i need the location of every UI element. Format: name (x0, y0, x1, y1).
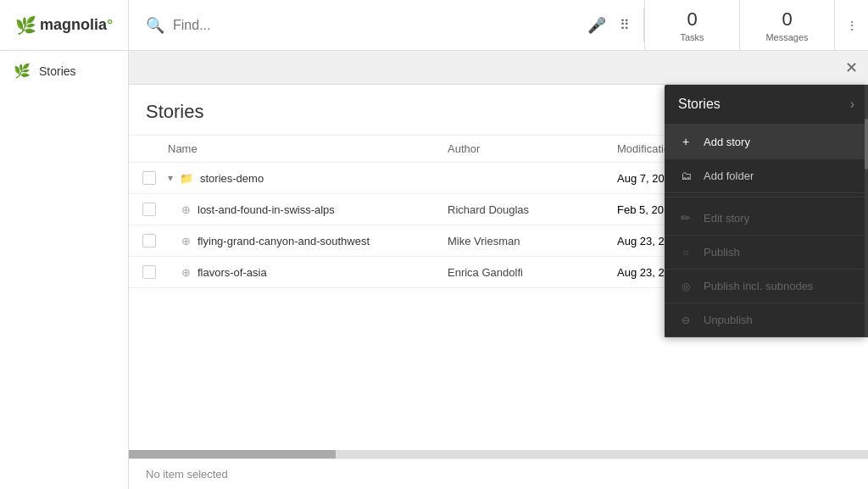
messages-label: Messages (765, 32, 808, 42)
panel-separator (665, 197, 868, 197)
node-icon: ⊕ (181, 203, 191, 216)
row-checkbox[interactable] (142, 171, 168, 185)
panel-item-label: Add story (704, 136, 750, 148)
footer: No item selected (129, 458, 868, 489)
sidebar: 🌿 Stories (0, 51, 129, 489)
panel-item-label: Edit story (704, 212, 749, 225)
panel-scrollbar[interactable] (865, 85, 868, 337)
header-icons: 🎤 ⠿ (574, 16, 643, 35)
panel-header: Stories › (665, 85, 868, 125)
row-checkbox[interactable] (142, 265, 168, 279)
panel-item-unpublish: ⊖ Unpublish (665, 303, 868, 337)
sub-header: ✕ (129, 51, 868, 85)
panel-title: Stories (678, 97, 721, 112)
panel-item-label: Publish (704, 246, 740, 258)
search-area: 🔍 (129, 16, 574, 35)
col-name-header: Name (168, 142, 448, 155)
folder-add-icon: 🗂 (678, 169, 693, 182)
sidebar-item-label: Stories (39, 64, 76, 78)
panel-item-label: Publish incl. subnodes (704, 280, 813, 292)
add-icon: + (678, 135, 693, 148)
panel-close-arrow[interactable]: › (850, 97, 854, 112)
row-name: ⊕ flavors-of-asia (168, 266, 448, 279)
pencil-icon: ✏ (678, 211, 693, 225)
search-input[interactable] (173, 18, 557, 33)
row-name-text: lost-and-found-in-swiss-alps (198, 203, 335, 216)
close-button[interactable]: ✕ (845, 58, 858, 77)
messages-button[interactable]: 0 Messages (739, 0, 834, 51)
panel-item-add-folder[interactable]: 🗂 Add folder (665, 159, 868, 193)
search-icon: 🔍 (146, 16, 164, 35)
col-author-header: Author (448, 142, 617, 155)
row-checkbox[interactable] (142, 203, 168, 216)
more-menu-button[interactable]: ⋮ (834, 0, 868, 51)
panel-item-publish: ○ Publish (665, 236, 868, 270)
logo-text: magnolia° (40, 16, 113, 34)
footer-text: No item selected (146, 468, 228, 481)
tasks-count: 0 (687, 8, 697, 31)
node-icon: ⊕ (181, 266, 191, 279)
node-icon: ⊕ (181, 235, 191, 247)
row-name-text: flavors-of-asia (198, 266, 267, 279)
row-name-text: flying-grand-canyon-and-southwest (198, 235, 370, 247)
microphone-icon[interactable]: 🎤 (587, 16, 606, 35)
page-title: Stories (146, 101, 203, 123)
panel-item-label: Unpublish (704, 314, 753, 326)
tasks-button[interactable]: 0 Tasks (644, 0, 739, 51)
panel-scrollbar-thumb (865, 119, 868, 169)
panel-item-label: Add folder (704, 169, 754, 182)
row-author: Mike Vriesman (448, 235, 617, 247)
folder-icon: 📁 (180, 172, 193, 185)
row-name-text: stories-demo (200, 172, 264, 185)
panel-item-add-story[interactable]: + Add story (665, 125, 868, 159)
row-checkbox[interactable] (142, 234, 168, 247)
context-panel: Stories › + Add story 🗂 Add folder ✏ Edi… (665, 85, 868, 337)
logo-leaf-icon: 🌿 (15, 15, 36, 36)
sidebar-item-stories[interactable]: 🌿 Stories (0, 51, 128, 91)
publish-subnodes-icon: ◎ (678, 281, 693, 292)
publish-icon: ○ (678, 247, 693, 258)
row-author: Enrica Gandolfi (448, 266, 617, 279)
row-name: ⊕ flying-grand-canyon-and-southwest (168, 235, 448, 247)
row-author: Richard Douglas (448, 203, 617, 216)
logo-area: 🌿 magnolia° (0, 0, 129, 50)
header: 🌿 magnolia° 🔍 🎤 ⠿ 0 Tasks 0 Messages ⋮ (0, 0, 868, 51)
tasks-label: Tasks (680, 32, 704, 42)
unpublish-icon: ⊖ (678, 314, 693, 326)
grid-icon[interactable]: ⠿ (620, 17, 630, 33)
scroll-thumb (129, 450, 336, 458)
row-name: ▾ 📁 stories-demo (168, 172, 448, 185)
panel-item-edit-story: ✏ Edit story (665, 201, 868, 236)
stories-leaf-icon: 🌿 (14, 63, 31, 79)
scroll-bar[interactable] (129, 450, 868, 458)
panel-item-publish-subnodes: ◎ Publish incl. subnodes (665, 270, 868, 303)
expand-icon[interactable]: ▾ (168, 172, 173, 184)
messages-count: 0 (782, 8, 792, 31)
row-name: ⊕ lost-and-found-in-swiss-alps (168, 203, 448, 216)
